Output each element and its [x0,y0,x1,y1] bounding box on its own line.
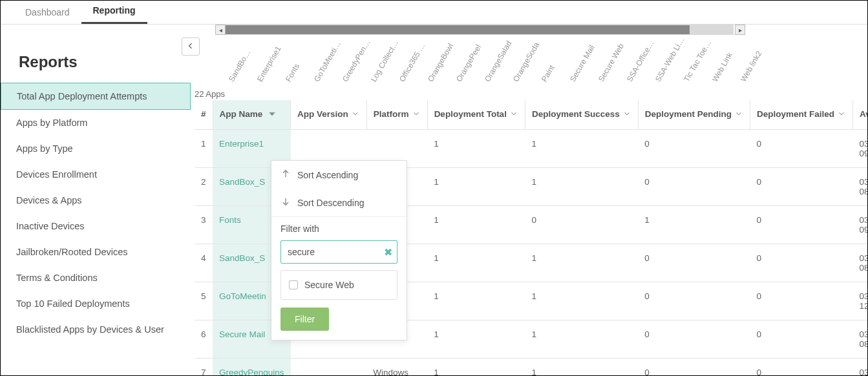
cell-deploy-failed: 0 [750,130,852,168]
clear-filter-icon[interactable]: ✖ [384,246,392,258]
cell-deploy-total: 1 [427,168,525,206]
chevron-down-icon [351,109,360,120]
col-header-number[interactable]: # [195,100,213,130]
chart-category-label: Secure Web [597,42,626,83]
cell-app-name[interactable]: GoToMeetin [219,291,266,301]
chevron-down-icon [837,109,846,120]
cell-available: 03.10.201 13:01:50 [853,359,868,376]
cell-deploy-pending: 0 [638,320,750,359]
sidebar-item-devices-enrollment[interactable]: Devices Enrollment [1,162,191,187]
sidebar-item-top10-failed[interactable]: Top 10 Failed Deployments [1,291,191,317]
cell-deploy-total: 1 [427,359,525,376]
chart-category-label: SandBo… [227,48,252,83]
sidebar-item-inactive-devices[interactable]: Inactive Devices [1,213,191,239]
chart-scrollbar-thumb[interactable] [226,25,690,34]
apps-count-label: 22 Apps [195,89,225,99]
cell-available: 03.10.201 09:10:10 [853,130,868,168]
cell-deploy-failed: 0 [750,206,852,244]
cell-number: 2 [195,168,213,206]
sidebar-item-blacklisted-apps[interactable]: Blacklisted Apps by Devices & User [1,317,191,342]
chart-category-label: OrangeSalad [483,39,513,83]
tab-dashboard[interactable]: Dashboard [14,1,81,24]
cell-deploy-total: 1 [427,130,525,168]
chart-strip: ◂ ▸ SandBo…Enterprise1FontsGoToMeeti…Gre… [195,25,867,100]
cell-deploy-total: 1 [427,320,525,359]
col-header-app-name[interactable]: App Name [213,100,291,130]
sidebar-item-terms-conditions[interactable]: Terms & Conditions [1,265,191,291]
cell-app-name[interactable]: Secure Mail [219,329,265,339]
chart-category-label: Paint [540,63,556,83]
sort-ascending-option[interactable]: Sort Ascending [271,161,407,189]
svg-marker-0 [270,112,275,116]
cell-deploy-failed: 0 [750,282,852,320]
chart-category-label: GoToMeeti… [312,39,343,83]
sidebar-title: Reports [1,44,191,83]
table-row[interactable]: 7GreedyPenguinsWindows Mobile110003.10.2… [195,359,867,376]
cell-number: 6 [195,320,213,359]
chart-category-label: Tic Tac Toe… [682,39,713,83]
cell-deploy-failed: 0 [750,320,852,359]
chart-category-label: Fonts [284,62,301,83]
cell-deploy-pending: 0 [638,130,750,168]
chart-scroll-left-button[interactable]: ◂ [215,25,226,35]
cell-app-name[interactable]: SandBox_S [219,253,265,263]
cell-deploy-failed: 0 [750,244,852,282]
sidebar-item-jailbroken-rooted[interactable]: Jailbroken/Rooted Devices [1,239,191,265]
cell-deploy-success: 1 [525,359,638,376]
chevron-down-icon [622,109,631,120]
cell-available: 03.10.201 08:38:40 [853,244,868,282]
cell-deploy-total: 1 [427,244,525,282]
chart-category-label: SSA-Web Li… [653,36,686,83]
cell-deploy-total: 1 [427,282,525,320]
column-filter-dropdown: Sort Ascending Sort Descending Filter wi… [271,160,407,340]
col-header-deploy-success[interactable]: Deployment Success [525,100,638,130]
cell-deploy-pending: 0 [638,168,750,206]
col-header-available[interactable]: Available [853,100,868,130]
sidebar-item-total-app-deployment-attempts[interactable]: Total App Deployment Attempts [1,83,191,110]
arrow-down-icon [281,196,291,209]
chart-category-label: GreedyPen… [341,38,372,83]
chart-scroll-right-button[interactable]: ▸ [735,25,745,35]
sort-descending-option[interactable]: Sort Descending [271,189,407,216]
chart-category-label: OrangeBowl [426,42,455,83]
cell-number: 7 [195,359,213,376]
arrow-up-icon [281,169,291,181]
col-header-platform[interactable]: Platform [366,100,427,130]
sidebar-item-apps-by-platform[interactable]: Apps by Platform [1,110,191,136]
col-header-app-version[interactable]: App Version [291,100,367,130]
cell-deploy-failed: 0 [750,168,852,206]
cell-number: 5 [195,282,213,320]
checkbox-icon[interactable] [289,280,298,289]
cell-deploy-success: 1 [525,320,638,359]
chart-category-label: SSA-Office… [625,39,656,83]
cell-app-name[interactable]: GreedyPenguins [219,368,284,375]
col-header-deploy-pending[interactable]: Deployment Pending [638,100,750,130]
chart-category-label: Log Collect… [369,39,400,83]
cell-deploy-success: 1 [525,130,638,168]
filter-option-secure-web[interactable]: Secure Web [281,270,397,300]
sidebar-item-devices-and-apps[interactable]: Devices & Apps [1,187,191,213]
col-header-deploy-total[interactable]: Deployment Total [427,100,525,130]
cell-app-name[interactable]: Enterprise1 [219,139,264,149]
filter-with-label: Filter with [281,224,397,234]
chart-category-label: OrangePeel [454,43,483,83]
col-header-deploy-failed[interactable]: Deployment Failed [750,100,852,130]
cell-app-name[interactable]: Fonts [219,215,241,225]
cell-deploy-failed: 0 [750,359,852,376]
cell-available: 03.10.201 08:38:40 [853,168,868,206]
filter-input[interactable] [281,240,397,264]
cell-deploy-pending: 0 [638,282,750,320]
cell-app-name[interactable]: SandBox_S [219,177,265,187]
chart-category-label: Web link2 [739,50,763,83]
cell-available: 03.10.201 12:34:35 [853,282,868,320]
chevron-down-icon [412,109,421,120]
chevron-down-icon [268,109,277,120]
sidebar-item-apps-by-type[interactable]: Apps by Type [1,136,191,162]
cell-number: 3 [195,206,213,244]
cell-available: 03.10.201 08:32:28 [853,320,868,359]
cell-deploy-total: 1 [427,206,525,244]
cell-deploy-pending: 0 [638,359,750,376]
tab-reporting[interactable]: Reporting [81,0,147,24]
chevron-down-icon [509,109,518,120]
filter-button[interactable]: Filter [281,308,329,331]
